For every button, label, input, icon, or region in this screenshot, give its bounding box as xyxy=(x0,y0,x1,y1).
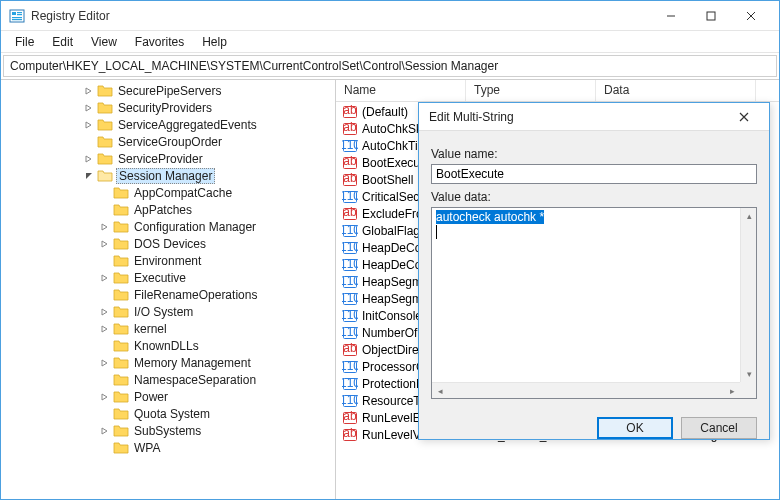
expand-icon[interactable] xyxy=(99,272,111,284)
tree-item[interactable]: Session Manager xyxy=(3,167,335,184)
value-name-input[interactable] xyxy=(431,164,757,184)
svg-rect-1 xyxy=(12,12,16,15)
menu-file[interactable]: File xyxy=(7,33,42,51)
binary-icon: 110 xyxy=(342,257,358,273)
tree-item[interactable]: Power xyxy=(3,388,335,405)
no-toggle xyxy=(99,442,111,454)
tree-item[interactable]: Quota System xyxy=(3,405,335,422)
expand-icon[interactable] xyxy=(99,425,111,437)
expand-icon[interactable] xyxy=(83,153,95,165)
string-icon: ab xyxy=(342,410,358,426)
tree-item-label: ServiceGroupOrder xyxy=(116,135,224,149)
svg-text:110: 110 xyxy=(342,325,358,339)
titlebar: Registry Editor xyxy=(1,1,779,31)
tree-item[interactable]: DOS Devices xyxy=(3,235,335,252)
tree-item[interactable]: FileRenameOperations xyxy=(3,286,335,303)
close-button[interactable] xyxy=(731,2,771,30)
folder-icon xyxy=(113,220,129,234)
value-data-textarea[interactable]: autocheck autochk * ▴▾ ◂▸ xyxy=(431,207,757,399)
svg-text:ab: ab xyxy=(343,155,357,168)
tree-item[interactable]: ServiceGroupOrder xyxy=(3,133,335,150)
tree-item[interactable]: ApPatches xyxy=(3,201,335,218)
folder-icon xyxy=(113,305,129,319)
svg-rect-0 xyxy=(10,10,24,22)
binary-icon: 110 xyxy=(342,393,358,409)
menu-view[interactable]: View xyxy=(83,33,125,51)
col-name[interactable]: Name xyxy=(336,80,466,101)
tree-item[interactable]: SecurePipeServers xyxy=(3,82,335,99)
tree-view[interactable]: SecurePipeServersSecurityProvidersServic… xyxy=(1,80,336,499)
tree-item[interactable]: kernel xyxy=(3,320,335,337)
tree-item-label: Session Manager xyxy=(116,168,215,184)
no-toggle xyxy=(99,289,111,301)
tree-item[interactable]: AppCompatCache xyxy=(3,184,335,201)
tree-item[interactable]: SecurityProviders xyxy=(3,99,335,116)
expand-icon[interactable] xyxy=(99,357,111,369)
no-toggle xyxy=(99,187,111,199)
value-name-label: Value name: xyxy=(431,147,757,161)
list-header[interactable]: Name Type Data xyxy=(336,80,779,102)
folder-icon xyxy=(97,135,113,149)
binary-icon: 110 xyxy=(342,223,358,239)
expand-icon[interactable] xyxy=(99,238,111,250)
collapse-icon[interactable] xyxy=(83,170,95,182)
tree-item[interactable]: WPA xyxy=(3,439,335,456)
dialog-titlebar[interactable]: Edit Multi-String xyxy=(419,103,769,131)
tree-item-label: ApPatches xyxy=(132,203,194,217)
tree-item-label: Memory Management xyxy=(132,356,253,370)
svg-rect-6 xyxy=(707,12,715,20)
expand-icon[interactable] xyxy=(99,391,111,403)
no-toggle xyxy=(99,255,111,267)
maximize-button[interactable] xyxy=(691,2,731,30)
address-bar[interactable]: Computer\HKEY_LOCAL_MACHINE\SYSTEM\Curre… xyxy=(3,55,777,77)
tree-item[interactable]: Executive xyxy=(3,269,335,286)
folder-icon xyxy=(97,118,113,132)
expand-icon[interactable] xyxy=(99,306,111,318)
string-icon: ab xyxy=(342,155,358,171)
svg-text:110: 110 xyxy=(342,257,358,271)
menu-favorites[interactable]: Favorites xyxy=(127,33,192,51)
cancel-button[interactable]: Cancel xyxy=(681,417,757,439)
tree-item-label: Quota System xyxy=(132,407,212,421)
folder-icon xyxy=(97,152,113,166)
folder-icon xyxy=(113,407,129,421)
tree-item[interactable]: ServiceProvider xyxy=(3,150,335,167)
expand-icon[interactable] xyxy=(83,119,95,131)
ok-button[interactable]: OK xyxy=(597,417,673,439)
menu-help[interactable]: Help xyxy=(194,33,235,51)
string-icon: ab xyxy=(342,206,358,222)
svg-rect-5 xyxy=(12,19,22,20)
col-type[interactable]: Type xyxy=(466,80,596,101)
expand-icon[interactable] xyxy=(99,323,111,335)
folder-icon xyxy=(113,356,129,370)
menu-edit[interactable]: Edit xyxy=(44,33,81,51)
col-data[interactable]: Data xyxy=(596,80,756,101)
tree-item[interactable]: Environment xyxy=(3,252,335,269)
scrollbar-horizontal[interactable]: ◂▸ xyxy=(432,382,740,398)
tree-item-label: KnownDLLs xyxy=(132,339,201,353)
tree-item-label: Power xyxy=(132,390,170,404)
tree-item-label: Executive xyxy=(132,271,188,285)
tree-item-label: SecurePipeServers xyxy=(116,84,223,98)
tree-item[interactable]: Configuration Manager xyxy=(3,218,335,235)
svg-text:110: 110 xyxy=(342,359,358,373)
minimize-button[interactable] xyxy=(651,2,691,30)
folder-icon xyxy=(113,441,129,455)
window-title: Registry Editor xyxy=(31,9,651,23)
tree-item[interactable]: ServiceAggregatedEvents xyxy=(3,116,335,133)
scrollbar-vertical[interactable]: ▴▾ xyxy=(740,208,756,382)
folder-icon xyxy=(97,101,113,115)
expand-icon[interactable] xyxy=(99,221,111,233)
expand-icon[interactable] xyxy=(83,85,95,97)
expand-icon[interactable] xyxy=(83,102,95,114)
tree-item[interactable]: NamespaceSeparation xyxy=(3,371,335,388)
tree-item[interactable]: Memory Management xyxy=(3,354,335,371)
tree-item[interactable]: I/O System xyxy=(3,303,335,320)
svg-rect-2 xyxy=(17,12,22,13)
tree-item[interactable]: SubSystems xyxy=(3,422,335,439)
folder-icon xyxy=(113,424,129,438)
dialog-close-button[interactable] xyxy=(729,104,759,130)
tree-item[interactable]: KnownDLLs xyxy=(3,337,335,354)
folder-icon xyxy=(113,186,129,200)
binary-icon: 110 xyxy=(342,138,358,154)
